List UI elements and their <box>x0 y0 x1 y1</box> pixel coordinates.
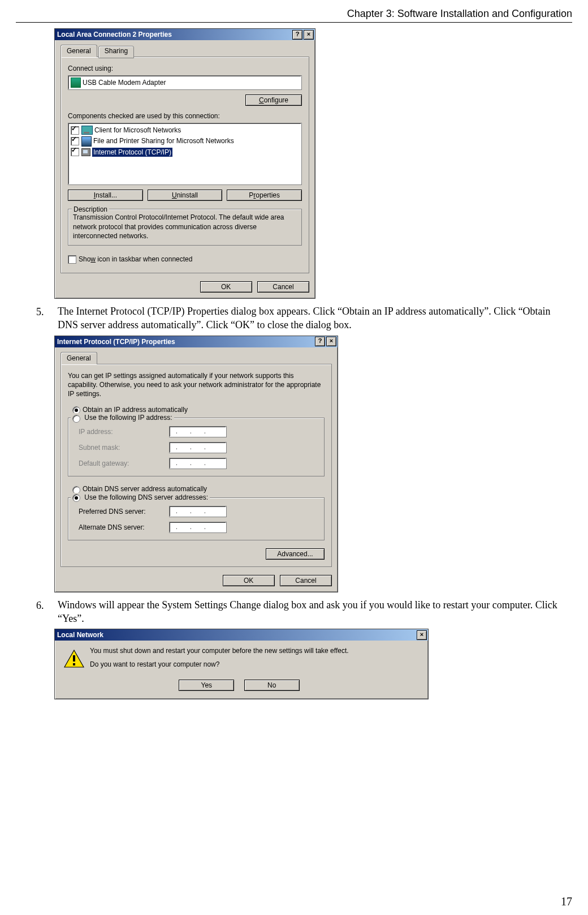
description-legend: Description <box>72 205 109 214</box>
network-adapter-icon <box>71 78 81 88</box>
checkbox-icon[interactable] <box>71 148 79 156</box>
message-line1: You must shut down and restart your comp… <box>90 646 420 655</box>
description-group: Description Transmission Control Protoco… <box>68 209 302 246</box>
step-6: 6. Windows will appear the System Settin… <box>33 598 572 626</box>
components-label: Components checked are used by this conn… <box>68 111 302 121</box>
step-text: Windows will appear the System Settings … <box>58 598 572 626</box>
close-icon[interactable]: × <box>417 630 427 640</box>
no-button[interactable]: No <box>244 680 300 691</box>
properties-button[interactable]: Properties <box>227 190 302 201</box>
dialog-lan-properties: Local Area Connection 2 Properties ? × G… <box>54 28 315 299</box>
monitor-icon <box>81 126 93 135</box>
dialog-local-network: Local Network × You must shut down and r… <box>54 629 429 699</box>
help-icon[interactable]: ? <box>292 30 302 40</box>
tab-sharing[interactable]: Sharing <box>98 46 134 58</box>
alt-dns-input[interactable]: ... <box>169 522 227 533</box>
intro-text: You can get IP settings assigned automat… <box>68 371 325 399</box>
ok-button[interactable]: OK <box>200 281 252 293</box>
tabstrip: General <box>60 352 332 364</box>
cancel-button[interactable]: Cancel <box>280 575 332 586</box>
ip-address-input: ... <box>169 426 227 437</box>
component-tcpip[interactable]: Internet Protocol (TCP/IP) <box>71 148 299 157</box>
pref-dns-label: Preferred DNS server: <box>79 507 169 516</box>
radio-icon[interactable] <box>72 494 80 502</box>
checkbox-icon[interactable] <box>68 255 76 264</box>
tabpanel-general: You can get IP settings assigned automat… <box>60 364 332 567</box>
titlebar-text: Internet Protocol (TCP/IP) Properties <box>57 337 175 346</box>
page-header: Chapter 3: Software Installation and Con… <box>16 8 572 20</box>
description-text: Transmission Control Protocol/Internet P… <box>73 213 297 240</box>
share-icon <box>81 136 92 147</box>
help-icon[interactable]: ? <box>315 337 325 346</box>
tabpanel-general: Connect using: USB Cable Modem Adapter C… <box>60 57 309 273</box>
subnet-input: ... <box>169 442 227 453</box>
step-number: 5. <box>33 304 58 332</box>
configure-button[interactable]: Configure <box>245 94 302 106</box>
gateway-input: ... <box>169 458 227 469</box>
dialog-tcpip-properties: Internet Protocol (TCP/IP) Properties ? … <box>54 336 338 592</box>
component-label-selected: Internet Protocol (TCP/IP) <box>92 148 172 157</box>
tab-general[interactable]: General <box>60 45 97 57</box>
message-line2: Do you want to restart your computer now… <box>90 660 420 669</box>
component-label: Client for Microsoft Networks <box>94 126 181 135</box>
radio-icon[interactable] <box>72 415 80 423</box>
titlebar[interactable]: Local Area Connection 2 Properties ? × <box>55 29 315 40</box>
adapter-name: USB Cable Modem Adapter <box>83 78 166 87</box>
gateway-label: Default gateway: <box>79 459 169 468</box>
show-icon-label: Show icon in taskbar when connected <box>79 255 192 264</box>
close-icon[interactable]: × <box>326 337 336 346</box>
use-ip-group: Use the following IP address: IP address… <box>68 418 325 476</box>
show-icon-row[interactable]: Show icon in taskbar when connected <box>68 255 302 264</box>
page-rule <box>16 22 572 23</box>
titlebar-text: Local Network <box>57 630 103 639</box>
component-fps[interactable]: File and Printer Sharing for Microsoft N… <box>71 136 299 147</box>
adapter-field[interactable]: USB Cable Modem Adapter <box>68 75 302 90</box>
svg-rect-1 <box>73 655 75 661</box>
component-client[interactable]: Client for Microsoft Networks <box>71 126 299 135</box>
advanced-button[interactable]: Advanced... <box>266 548 325 560</box>
page-number: 17 <box>561 895 572 908</box>
step-text: The Internet Protocol (TCP/IP) Propertie… <box>58 304 572 332</box>
cancel-button[interactable]: Cancel <box>257 281 309 293</box>
pref-dns-input[interactable]: ... <box>169 506 227 517</box>
use-dns-group: Use the following DNS server addresses: … <box>68 497 325 540</box>
connect-using-label: Connect using: <box>68 64 302 73</box>
yes-button[interactable]: Yes <box>179 680 234 691</box>
step-5: 5. The Internet Protocol (TCP/IP) Proper… <box>33 304 572 332</box>
titlebar-text: Local Area Connection 2 Properties <box>57 30 172 39</box>
tab-general[interactable]: General <box>60 352 97 364</box>
svg-rect-2 <box>73 663 75 665</box>
warning-icon <box>64 650 84 668</box>
tabstrip: General Sharing <box>60 45 309 57</box>
components-list[interactable]: Client for Microsoft Networks File and P… <box>68 123 302 185</box>
ip-address-label: IP address: <box>79 427 169 436</box>
titlebar[interactable]: Local Network × <box>55 629 428 641</box>
ok-button[interactable]: OK <box>223 575 275 586</box>
step-number: 6. <box>33 598 58 626</box>
checkbox-icon[interactable] <box>71 137 79 145</box>
radio-label[interactable]: Use the following DNS server addresses: <box>84 493 208 501</box>
titlebar[interactable]: Internet Protocol (TCP/IP) Properties ? … <box>55 336 338 347</box>
checkbox-icon[interactable] <box>71 126 79 135</box>
close-icon[interactable]: × <box>304 30 314 40</box>
alt-dns-label: Alternate DNS server: <box>79 523 169 532</box>
component-label: File and Printer Sharing for Microsoft N… <box>93 136 234 145</box>
install-button[interactable]: Install... <box>68 190 143 201</box>
uninstall-button[interactable]: Uninstall <box>148 190 223 201</box>
protocol-icon <box>81 148 90 156</box>
radio-label[interactable]: Use the following IP address: <box>84 414 172 422</box>
subnet-label: Subnet mask: <box>79 443 169 452</box>
